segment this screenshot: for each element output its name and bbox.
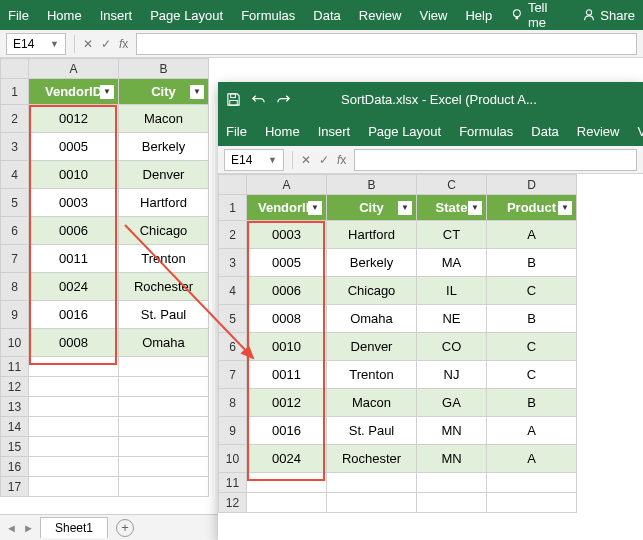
ribbon-tab-view[interactable]: View	[419, 8, 447, 23]
col-header[interactable]: A	[29, 59, 119, 79]
cell[interactable]: 0008	[247, 305, 327, 333]
cell[interactable]	[487, 473, 577, 493]
row-header[interactable]: 8	[219, 389, 247, 417]
cell[interactable]: St. Paul	[119, 301, 209, 329]
cell[interactable]: A	[487, 445, 577, 473]
cell[interactable]	[417, 473, 487, 493]
row-header[interactable]: 14	[1, 417, 29, 437]
undo-icon[interactable]	[251, 92, 266, 107]
row-header[interactable]: 2	[1, 105, 29, 133]
row-header[interactable]: 4	[1, 161, 29, 189]
cell[interactable]: Denver	[119, 161, 209, 189]
tellme-button[interactable]: Tell me	[510, 0, 568, 30]
table-header[interactable]: State▼	[417, 195, 487, 221]
row-header[interactable]: 11	[219, 473, 247, 493]
cell[interactable]	[29, 357, 119, 377]
col-header[interactable]: C	[417, 175, 487, 195]
tab-nav-next-icon[interactable]: ►	[23, 522, 34, 534]
cell[interactable]: 0012	[247, 389, 327, 417]
cell[interactable]: Omaha	[327, 305, 417, 333]
table-header[interactable]: VendorID▼	[29, 79, 119, 105]
row-header[interactable]: 12	[1, 377, 29, 397]
cell[interactable]: 0024	[247, 445, 327, 473]
cell[interactable]	[327, 473, 417, 493]
cell[interactable]: 0011	[29, 245, 119, 273]
row-header[interactable]: 3	[219, 249, 247, 277]
table-header[interactable]: City▼	[327, 195, 417, 221]
cell[interactable]: A	[487, 221, 577, 249]
select-all-cell[interactable]	[1, 59, 29, 79]
add-sheet-button[interactable]: +	[116, 519, 134, 537]
cell[interactable]: 0016	[247, 417, 327, 445]
cell[interactable]	[119, 357, 209, 377]
ribbon-tab-home[interactable]: Home	[265, 124, 300, 139]
row-header[interactable]: 8	[1, 273, 29, 301]
row-header[interactable]: 7	[219, 361, 247, 389]
cell[interactable]	[247, 493, 327, 513]
cell[interactable]: Chicago	[327, 277, 417, 305]
cell[interactable]: Omaha	[119, 329, 209, 357]
spreadsheet-grid[interactable]: ABCD1VendorID▼City▼State▼Product▼20003Ha…	[218, 174, 577, 513]
cell[interactable]: B	[487, 305, 577, 333]
cell[interactable]: Denver	[327, 333, 417, 361]
table-header[interactable]: Product▼	[487, 195, 577, 221]
ribbon-tab-formulas[interactable]: Formulas	[241, 8, 295, 23]
row-header[interactable]: 12	[219, 493, 247, 513]
select-all-cell[interactable]	[219, 175, 247, 195]
row-header[interactable]: 11	[1, 357, 29, 377]
spreadsheet-grid[interactable]: AB1VendorID▼City▼20012Macon30005Berkely4…	[0, 58, 209, 497]
ribbon-tab-page-layout[interactable]: Page Layout	[368, 124, 441, 139]
row-header[interactable]: 9	[219, 417, 247, 445]
cell[interactable]	[327, 493, 417, 513]
cell[interactable]: B	[487, 389, 577, 417]
row-header[interactable]: 7	[1, 245, 29, 273]
ribbon-tab-insert[interactable]: Insert	[318, 124, 351, 139]
cancel-icon[interactable]: ✕	[83, 37, 93, 51]
cell[interactable]: 0010	[29, 161, 119, 189]
row-header[interactable]: 5	[219, 305, 247, 333]
cell[interactable]: B	[487, 249, 577, 277]
row-header[interactable]: 5	[1, 189, 29, 217]
ribbon-tab-file[interactable]: File	[226, 124, 247, 139]
tab-nav-prev-icon[interactable]: ◄	[6, 522, 17, 534]
filter-dropdown-icon[interactable]: ▼	[558, 201, 572, 215]
cell[interactable]: Macon	[327, 389, 417, 417]
cell[interactable]: MN	[417, 445, 487, 473]
cell[interactable]: Hartford	[327, 221, 417, 249]
row-header[interactable]: 13	[1, 397, 29, 417]
table-header[interactable]: VendorID▼	[247, 195, 327, 221]
row-header[interactable]: 16	[1, 457, 29, 477]
row-header[interactable]: 1	[1, 79, 29, 105]
cell[interactable]: 0003	[29, 189, 119, 217]
row-header[interactable]: 10	[219, 445, 247, 473]
ribbon-tab-file[interactable]: File	[8, 8, 29, 23]
filter-dropdown-icon[interactable]: ▼	[398, 201, 412, 215]
cell[interactable]	[487, 493, 577, 513]
ribbon-tab-data[interactable]: Data	[531, 124, 558, 139]
cell[interactable]: Berkely	[119, 133, 209, 161]
fx-icon[interactable]: fx	[119, 37, 128, 51]
cell[interactable]: 0016	[29, 301, 119, 329]
cell[interactable]	[247, 473, 327, 493]
cell[interactable]: C	[487, 277, 577, 305]
cell[interactable]: NE	[417, 305, 487, 333]
cell[interactable]: St. Paul	[327, 417, 417, 445]
cancel-icon[interactable]: ✕	[301, 153, 311, 167]
filter-dropdown-icon[interactable]: ▼	[468, 201, 482, 215]
sheet-tab[interactable]: Sheet1	[40, 517, 108, 538]
cell[interactable]: MN	[417, 417, 487, 445]
row-header[interactable]: 6	[1, 217, 29, 245]
cell[interactable]: Macon	[119, 105, 209, 133]
ribbon-tab-formulas[interactable]: Formulas	[459, 124, 513, 139]
cell[interactable]: 0024	[29, 273, 119, 301]
col-header[interactable]: B	[327, 175, 417, 195]
cell[interactable]: 0011	[247, 361, 327, 389]
filter-dropdown-icon[interactable]: ▼	[308, 201, 322, 215]
cell[interactable]: 0005	[247, 249, 327, 277]
filter-dropdown-icon[interactable]: ▼	[190, 85, 204, 99]
cell[interactable]: 0010	[247, 333, 327, 361]
row-header[interactable]: 10	[1, 329, 29, 357]
cell[interactable]: Hartford	[119, 189, 209, 217]
cell[interactable]	[29, 477, 119, 497]
enter-icon[interactable]: ✓	[101, 37, 111, 51]
